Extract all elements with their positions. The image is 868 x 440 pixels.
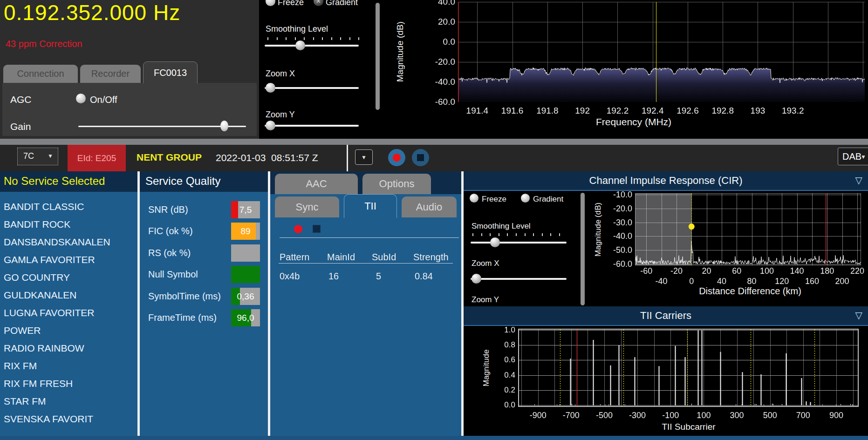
record-options-dropdown[interactable] bbox=[355, 149, 373, 165]
tuner-panel: 0.192.352.000 Hz 43 ppm Correction Conne… bbox=[0, 0, 259, 139]
tab-fc0013[interactable]: FC0013 bbox=[143, 61, 198, 83]
tii-plot[interactable] bbox=[518, 329, 859, 407]
cir-gradient-label: Gradient bbox=[533, 195, 563, 204]
quality-bar: 7,5 bbox=[231, 201, 260, 218]
service-item[interactable]: DANSBANDSKANALEN bbox=[0, 233, 137, 251]
separator bbox=[0, 139, 868, 145]
tii-stop-icon[interactable] bbox=[313, 225, 321, 233]
spectrum-freeze-label: Freeze bbox=[278, 0, 304, 7]
spectrum-plot[interactable] bbox=[458, 2, 865, 102]
quality-row-label: SymbolTime (ms) bbox=[148, 288, 221, 305]
gain-slider-thumb[interactable] bbox=[220, 121, 228, 131]
slider-tickmark bbox=[516, 233, 517, 236]
service-item[interactable]: POWER bbox=[0, 322, 137, 339]
quality-row-label: RS (ok %) bbox=[148, 244, 191, 262]
agc-label: AGC bbox=[10, 94, 32, 105]
tii-title-bar: TII Carriers bbox=[464, 306, 868, 326]
service-item[interactable]: LUGNA FAVORITER bbox=[0, 304, 137, 322]
collapse-triangle-icon[interactable] bbox=[855, 310, 862, 321]
collapse-triangle-icon[interactable] bbox=[855, 175, 862, 186]
cir-gradient-radio[interactable] bbox=[521, 194, 530, 203]
no-service-selected-label: No Service Selected bbox=[4, 175, 105, 188]
spectrum-ytick: 40.0 bbox=[423, 0, 455, 7]
quality-bar bbox=[231, 266, 260, 283]
slider-tickmark bbox=[349, 37, 350, 40]
tab-recorder[interactable]: Recorder bbox=[80, 65, 141, 83]
agc-onoff-label: On/Off bbox=[90, 95, 117, 105]
cir-smoothing-thumb[interactable] bbox=[490, 237, 500, 247]
panel-splitter[interactable] bbox=[461, 171, 464, 436]
divider bbox=[347, 145, 348, 171]
spectrum-smoothing-label: Smoothing Level bbox=[266, 24, 328, 34]
service-item[interactable]: GAMLA FAVORITER bbox=[0, 251, 137, 269]
stop-icon bbox=[417, 154, 424, 161]
cir-smoothing-slider[interactable] bbox=[471, 242, 567, 244]
quality-bar: 0,36 bbox=[231, 288, 260, 305]
service-item[interactable]: SVENSKA FAVORIT bbox=[0, 410, 137, 428]
service-item[interactable]: BANDIT ROCK bbox=[0, 216, 137, 233]
cir-freeze-radio[interactable] bbox=[470, 194, 478, 203]
mode-value: DAB bbox=[842, 151, 861, 162]
quality-value: 7,5 bbox=[231, 201, 260, 218]
service-list: BANDIT CLASSICBANDIT ROCKDANSBANDSKANALE… bbox=[0, 192, 137, 436]
tab-aac[interactable]: AAC bbox=[275, 174, 358, 194]
service-item[interactable]: RIX FM FRESH bbox=[0, 375, 137, 393]
spectrum-zoom-x-slider[interactable] bbox=[265, 87, 359, 89]
slider-tickmark bbox=[313, 37, 314, 40]
spectrum-x-axis-label: Frequency (MHz) bbox=[540, 116, 727, 128]
service-item[interactable]: GULDKANALEN bbox=[0, 286, 137, 304]
quality-row-label: FrameTime (ms) bbox=[148, 309, 217, 326]
service-item[interactable]: GO COUNTRY bbox=[0, 269, 137, 286]
spectrum-smoothing-thumb[interactable] bbox=[295, 41, 305, 50]
scrollbar[interactable] bbox=[376, 3, 380, 110]
spectrum-xtick: 193.2 bbox=[782, 106, 804, 116]
tii-record-icon[interactable] bbox=[294, 225, 302, 233]
cir-title: Channel Impulse Response (CIR) bbox=[464, 171, 868, 190]
stop-button[interactable] bbox=[412, 149, 429, 166]
divider bbox=[280, 237, 459, 238]
spectrum-zoom-y-thumb[interactable] bbox=[266, 121, 275, 130]
quality-bar: 96,0 bbox=[231, 309, 260, 326]
cir-y-axis-label: Magnitude (dB) bbox=[594, 193, 604, 265]
spectrum-xtick: 192.6 bbox=[677, 106, 699, 116]
agc-onoff-radio[interactable] bbox=[76, 94, 86, 103]
cir-plot[interactable] bbox=[635, 193, 861, 265]
slider-tickmark bbox=[358, 37, 359, 40]
record-button[interactable] bbox=[388, 149, 405, 166]
spectrum-smoothing-slider[interactable] bbox=[265, 45, 359, 47]
panel-splitter[interactable] bbox=[137, 171, 140, 436]
tab-audio[interactable]: Audio bbox=[402, 196, 457, 217]
service-item[interactable]: RIX FM bbox=[0, 357, 137, 375]
spectrum-zoom-y-label: Zoom Y bbox=[266, 110, 295, 120]
spectrum-y-axis-label: Magnitude (dB) bbox=[395, 2, 406, 102]
cir-zoom-x-thumb[interactable] bbox=[472, 274, 481, 284]
spectrum-zoom-x-thumb[interactable] bbox=[266, 83, 275, 93]
mode-select[interactable]: DAB bbox=[838, 148, 868, 165]
slider-tickmark bbox=[481, 233, 482, 236]
slider-tickmark bbox=[533, 233, 534, 236]
cir-zoom-x-slider[interactable] bbox=[471, 278, 567, 280]
table-header-underline bbox=[279, 263, 453, 264]
slider-tickmark bbox=[331, 37, 332, 40]
chevron-down-icon bbox=[48, 153, 53, 159]
quality-row-label: SNR (dB) bbox=[148, 201, 188, 218]
spectrum-freeze-radio[interactable] bbox=[266, 0, 275, 6]
service-item[interactable]: STAR FM bbox=[0, 393, 137, 410]
tab-options[interactable]: Options bbox=[362, 174, 431, 194]
quality-row-label: Null Symbol bbox=[148, 266, 198, 283]
ensemble-id-badge: EId: E205 bbox=[68, 145, 126, 171]
channel-select[interactable]: 7C bbox=[17, 148, 58, 165]
panel-splitter[interactable] bbox=[268, 171, 270, 436]
slider-tickmark bbox=[277, 37, 278, 40]
service-item[interactable]: BANDIT CLASSIC bbox=[0, 198, 137, 216]
quality-bar: 89 bbox=[231, 223, 260, 240]
tab-sync[interactable]: Sync bbox=[275, 196, 339, 217]
scrollbar[interactable] bbox=[581, 193, 585, 305]
record-icon bbox=[393, 154, 401, 162]
spectrum-gradient-checkbox[interactable] bbox=[314, 0, 323, 6]
tab-connection[interactable]: Connection bbox=[3, 65, 78, 83]
slider-tickmark bbox=[507, 233, 508, 236]
spectrum-zoom-y-slider[interactable] bbox=[265, 125, 359, 127]
service-item[interactable]: RADIO RAINBOW bbox=[0, 339, 137, 357]
tab-tii[interactable]: TII bbox=[344, 194, 397, 218]
